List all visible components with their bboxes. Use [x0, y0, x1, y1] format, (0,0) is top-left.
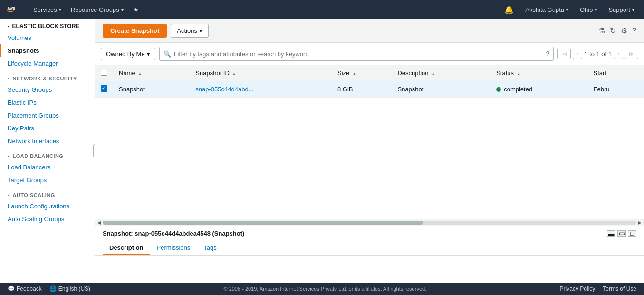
sidebar-collapse-as-icon[interactable]: ▪: [8, 192, 10, 198]
sidebar-collapse-button[interactable]: ◀: [93, 144, 95, 157]
nav-resource-groups[interactable]: Resource Groups ▾: [66, 0, 128, 19]
sidebar-collapse-network-icon[interactable]: ▪: [8, 76, 10, 81]
select-all-checkbox[interactable]: [101, 69, 107, 76]
svg-text:aws: aws: [7, 6, 15, 10]
h-scrollbar-track[interactable]: [103, 221, 636, 225]
h-scrollbar[interactable]: ◀ ▶: [95, 219, 644, 226]
sidebar-item-placement-groups[interactable]: Placement Groups: [0, 109, 95, 122]
privacy-policy-link[interactable]: Privacy Policy: [560, 285, 596, 292]
sidebar-item-snapshots[interactable]: Snapshots: [0, 44, 95, 57]
footer-copyright: © 2008 - 2019, Amazon Internet Services …: [223, 286, 426, 292]
pagination-next-button[interactable]: ›: [614, 49, 623, 59]
main-layout: ◀ ▪ ELASTIC BLOCK STORE Volumes Snapshot…: [0, 19, 644, 283]
sidebar-item-load-balancers[interactable]: Load Balancers: [0, 161, 95, 174]
tab-tags[interactable]: Tags: [197, 241, 223, 255]
sidebar-collapse-ebs-icon[interactable]: ▪: [8, 24, 10, 29]
status-sort-icon: ▴: [518, 71, 520, 76]
scroll-left-icon[interactable]: ◀: [96, 220, 103, 225]
nav-bookmarks[interactable]: ★: [128, 0, 144, 19]
nav-support[interactable]: Support ▾: [604, 6, 639, 13]
tab-description[interactable]: Description: [103, 241, 150, 255]
filter-label: Owned By Me: [106, 50, 145, 58]
language-selector[interactable]: 🌐 English (US): [49, 285, 90, 292]
name-sort-icon: ▴: [139, 71, 141, 76]
search-icon: 🔍: [163, 50, 171, 58]
sidebar-collapse-lb-icon[interactable]: ▪: [8, 153, 10, 159]
col-started: Start: [588, 65, 644, 81]
services-chevron-icon: ▾: [59, 7, 61, 12]
table-controls: Owned By Me ▾ 🔍 ? ⏮ ‹ 1 to 1 of 1 › ⏭: [95, 43, 644, 65]
detail-resize-small-icon[interactable]: ▬: [607, 230, 615, 237]
detail-resize-icons: ▬ ▭ □: [607, 230, 636, 237]
sidebar-as-label: AUTO SCALING: [12, 192, 55, 198]
nav-user[interactable]: Akshita Gupta ▾: [520, 6, 573, 13]
create-snapshot-button[interactable]: Create Snapshot: [103, 24, 167, 38]
sidebar-item-security-groups[interactable]: Security Groups: [0, 83, 95, 96]
tab-permissions[interactable]: Permissions: [150, 241, 197, 255]
refresh-icon[interactable]: ↻: [610, 26, 616, 35]
toolbar-icons: ⚗ ↻ ⚙ ?: [598, 26, 636, 35]
pagination-prev-button[interactable]: ‹: [573, 49, 582, 59]
search-help-icon[interactable]: ?: [546, 50, 549, 58]
footer-left: 💬 Feedback 🌐 English (US): [8, 285, 90, 292]
sidebar-item-target-groups[interactable]: Target Groups: [0, 174, 95, 187]
scroll-right-icon[interactable]: ▶: [636, 220, 643, 225]
table-row[interactable]: Snapshot snap-055c44d4abd... 8 GiB Snaps…: [95, 81, 644, 98]
scroll-area[interactable]: Name ▴ Snapshot ID ▴ Size ▴ Description …: [95, 65, 644, 219]
terms-of-use-link[interactable]: Terms of Use: [603, 285, 636, 292]
content-area: Create Snapshot Actions ▾ ⚗ ↻ ⚙ ? Owned …: [95, 19, 644, 283]
nav-services[interactable]: Services ▾: [29, 0, 66, 19]
pagination-last-button[interactable]: ⏭: [625, 49, 638, 59]
data-table: Name ▴ Snapshot ID ▴ Size ▴ Description …: [95, 65, 644, 98]
aws-logo[interactable]: aws: [5, 3, 24, 16]
sidebar-item-key-pairs[interactable]: Key Pairs: [0, 122, 95, 135]
sidebar-item-volumes[interactable]: Volumes: [0, 31, 95, 44]
table-area: Owned By Me ▾ 🔍 ? ⏮ ‹ 1 to 1 of 1 › ⏭: [95, 43, 644, 226]
row-checkbox[interactable]: [101, 85, 107, 92]
action-bar: Create Snapshot Actions ▾ ⚗ ↻ ⚙ ?: [95, 19, 644, 43]
actions-button[interactable]: Actions ▾: [171, 24, 209, 38]
sidebar-auto-scaling-header: ▪ AUTO SCALING: [0, 187, 95, 200]
snapshot-id-sort-icon: ▴: [233, 71, 235, 76]
h-scrollbar-thumb[interactable]: [103, 221, 423, 225]
feedback-icon: 💬: [8, 285, 15, 292]
bell-icon: 🔔: [504, 5, 514, 14]
flask-icon[interactable]: ⚗: [598, 26, 605, 35]
pagination-info: 1 to 1 of 1: [584, 50, 612, 58]
nav-right: 🔔 Akshita Gupta ▾ Ohio ▾ Support ▾: [500, 5, 639, 14]
status-text: completed: [504, 86, 532, 93]
feedback-label: Feedback: [17, 285, 42, 292]
cell-name: Snapshot: [113, 81, 190, 98]
nav-region[interactable]: Ohio ▾: [575, 6, 602, 13]
col-size[interactable]: Size ▴: [332, 65, 392, 81]
nav-bell[interactable]: 🔔: [500, 5, 519, 14]
sidebar-ebs-header: ▪ ELASTIC BLOCK STORE: [0, 19, 95, 31]
filter-dropdown[interactable]: Owned By Me ▾: [101, 48, 155, 60]
detail-tabs: Description Permissions Tags: [95, 241, 644, 256]
sidebar-item-launch-configurations[interactable]: Launch Configurations: [0, 200, 95, 213]
sidebar-item-network-interfaces[interactable]: Network Interfaces: [0, 135, 95, 148]
search-input[interactable]: [174, 50, 546, 58]
help-icon[interactable]: ?: [632, 27, 636, 35]
col-description[interactable]: Description ▴: [392, 65, 490, 81]
bookmark-icon: ★: [133, 6, 139, 13]
size-sort-icon: ▴: [353, 71, 356, 76]
sidebar-item-elastic-ips[interactable]: Elastic IPs: [0, 96, 95, 109]
cell-started: Febru: [588, 81, 644, 98]
feedback-button[interactable]: 💬 Feedback: [8, 285, 42, 292]
sidebar-ebs-label: ELASTIC BLOCK STORE: [12, 23, 80, 30]
col-name[interactable]: Name ▴: [113, 65, 190, 81]
sidebar-network-label: NETWORK & SECURITY: [12, 76, 77, 81]
col-snapshot-id[interactable]: Snapshot ID ▴: [190, 65, 332, 81]
settings-icon[interactable]: ⚙: [621, 26, 627, 35]
col-status[interactable]: Status ▴: [490, 65, 587, 81]
sidebar-item-lifecycle-manager[interactable]: Lifecycle Manager: [0, 57, 95, 70]
sidebar-item-auto-scaling-groups[interactable]: Auto Scaling Groups: [0, 213, 95, 226]
footer: 💬 Feedback 🌐 English (US) © 2008 - 2019,…: [0, 283, 644, 295]
detail-resize-medium-icon[interactable]: ▭: [617, 230, 626, 237]
sidebar-network-security-header: ▪ NETWORK & SECURITY: [0, 70, 95, 83]
detail-resize-large-icon[interactable]: □: [628, 230, 636, 237]
pagination-first-button[interactable]: ⏮: [557, 49, 571, 59]
resource-groups-chevron-icon: ▾: [121, 7, 124, 12]
detail-title: Snapshot: snap-055c44d4abdea4548 (Snapsh…: [103, 230, 244, 237]
